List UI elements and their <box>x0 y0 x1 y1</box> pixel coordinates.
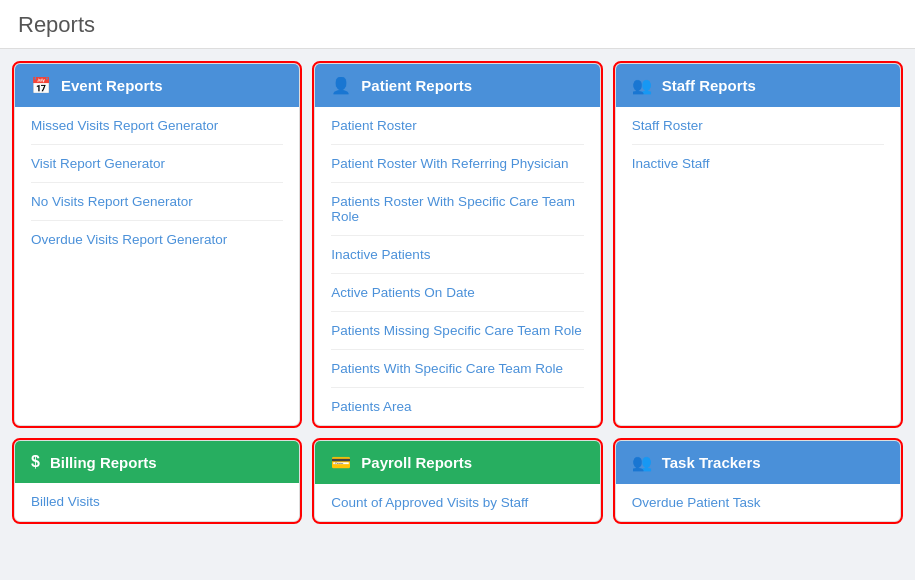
billing-reports-header: $ Billing Reports <box>15 441 299 483</box>
payroll-reports-body: Count of Approved Visits by Staff <box>315 484 599 521</box>
patient-reports-card: 👤 Patient Reports Patient Roster Patient… <box>314 63 600 426</box>
overdue-visits-link[interactable]: Overdue Visits Report Generator <box>31 221 283 258</box>
calendar-icon: 📅 <box>31 76 51 95</box>
payroll-reports-header: 💳 Payroll Reports <box>315 441 599 484</box>
missed-visits-link[interactable]: Missed Visits Report Generator <box>31 107 283 145</box>
billing-reports-title: Billing Reports <box>50 454 157 471</box>
dollar-icon: $ <box>31 453 40 471</box>
patients-roster-care-team-link[interactable]: Patients Roster With Specific Care Team … <box>331 183 583 236</box>
task-trackers-card: 👥 Task Trackers Overdue Patient Task <box>615 440 901 522</box>
billing-reports-body: Billed Visits <box>15 483 299 520</box>
billed-visits-link[interactable]: Billed Visits <box>31 483 283 520</box>
overdue-patient-task-link[interactable]: Overdue Patient Task <box>632 484 884 521</box>
task-trackers-header: 👥 Task Trackers <box>616 441 900 484</box>
patient-reports-title: Patient Reports <box>361 77 472 94</box>
active-patients-on-date-link[interactable]: Active Patients On Date <box>331 274 583 312</box>
visit-report-link[interactable]: Visit Report Generator <box>31 145 283 183</box>
group-icon: 👥 <box>632 76 652 95</box>
patients-missing-care-team-link[interactable]: Patients Missing Specific Care Team Role <box>331 312 583 350</box>
task-icon: 👥 <box>632 453 652 472</box>
staff-roster-link[interactable]: Staff Roster <box>632 107 884 145</box>
patient-reports-header: 👤 Patient Reports <box>315 64 599 107</box>
task-trackers-title: Task Trackers <box>662 454 761 471</box>
person-icon: 👤 <box>331 76 351 95</box>
main-content: 📅 Event Reports Missed Visits Report Gen… <box>0 49 915 536</box>
patient-roster-referring-link[interactable]: Patient Roster With Referring Physician <box>331 145 583 183</box>
staff-reports-card: 👥 Staff Reports Staff Roster Inactive St… <box>615 63 901 426</box>
event-reports-body: Missed Visits Report Generator Visit Rep… <box>15 107 299 258</box>
inactive-staff-link[interactable]: Inactive Staff <box>632 145 884 182</box>
payroll-icon: 💳 <box>331 453 351 472</box>
page-title: Reports <box>0 0 915 49</box>
patient-roster-link[interactable]: Patient Roster <box>331 107 583 145</box>
approved-visits-link[interactable]: Count of Approved Visits by Staff <box>331 484 583 521</box>
event-reports-header: 📅 Event Reports <box>15 64 299 107</box>
task-trackers-body: Overdue Patient Task <box>616 484 900 521</box>
inactive-patients-link[interactable]: Inactive Patients <box>331 236 583 274</box>
event-reports-card: 📅 Event Reports Missed Visits Report Gen… <box>14 63 300 426</box>
billing-reports-card: $ Billing Reports Billed Visits <box>14 440 300 522</box>
patients-area-link[interactable]: Patients Area <box>331 388 583 425</box>
patient-reports-body: Patient Roster Patient Roster With Refer… <box>315 107 599 425</box>
payroll-reports-title: Payroll Reports <box>361 454 472 471</box>
event-reports-title: Event Reports <box>61 77 163 94</box>
payroll-reports-card: 💳 Payroll Reports Count of Approved Visi… <box>314 440 600 522</box>
patients-with-care-team-link[interactable]: Patients With Specific Care Team Role <box>331 350 583 388</box>
staff-reports-header: 👥 Staff Reports <box>616 64 900 107</box>
staff-reports-body: Staff Roster Inactive Staff <box>616 107 900 182</box>
staff-reports-title: Staff Reports <box>662 77 756 94</box>
no-visits-link[interactable]: No Visits Report Generator <box>31 183 283 221</box>
